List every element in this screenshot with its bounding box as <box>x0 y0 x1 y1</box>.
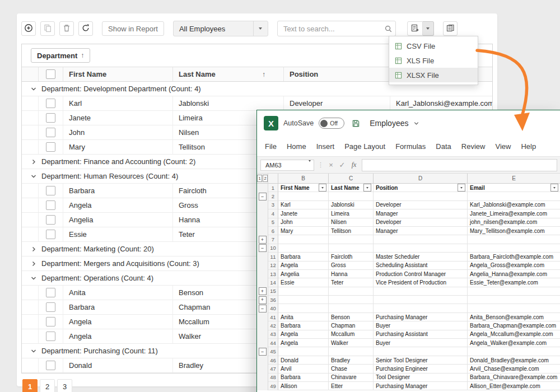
row-checkbox[interactable] <box>46 99 55 108</box>
column-header-c[interactable]: C <box>329 174 374 184</box>
dropdown-arrow-icon[interactable] <box>253 21 268 36</box>
row-number[interactable]: 12 <box>268 262 278 270</box>
row-number[interactable]: 10 <box>268 244 278 253</box>
filter-dropdown-icon[interactable] <box>458 184 465 192</box>
sheet-cell[interactable]: Developer <box>374 218 468 227</box>
sheet-cell[interactable]: Vice President of Production <box>374 278 468 287</box>
sheet-cell[interactable] <box>278 235 329 244</box>
export-menu-item-csv-file[interactable]: CSV File <box>389 39 478 53</box>
name-box[interactable]: AM63 <box>260 160 314 171</box>
sheet-cell[interactable] <box>278 296 329 304</box>
row-number[interactable]: 45 <box>268 347 278 356</box>
row-checkbox[interactable] <box>46 288 55 297</box>
row-checkbox[interactable] <box>46 113 55 123</box>
row-number[interactable]: 49 <box>268 382 278 390</box>
sheet-cell[interactable] <box>278 287 329 296</box>
sheet-cell[interactable] <box>329 235 374 244</box>
filter-dropdown-icon[interactable] <box>363 184 371 192</box>
column-header-first-name[interactable]: First Name <box>63 67 173 81</box>
save-icon[interactable] <box>352 119 360 128</box>
sheet-cell[interactable]: Limeira <box>329 209 374 218</box>
page-button-2[interactable]: 2 <box>40 379 55 392</box>
sheet-cell[interactable]: Mary <box>278 227 329 235</box>
sheet-cell[interactable]: Janete_Limeira@example.com <box>468 209 560 218</box>
sheet-cell[interactable]: Buyer <box>374 339 468 347</box>
sheet-cell[interactable]: Gross <box>329 262 374 270</box>
row-number[interactable]: 43 <box>268 330 278 339</box>
sheet-cell[interactable] <box>468 287 560 296</box>
sheet-cell[interactable]: Arvil <box>278 365 329 373</box>
sheet-cell[interactable]: Chinavare <box>329 374 374 382</box>
row-number[interactable]: 42 <box>268 321 278 330</box>
column-chooser-button[interactable] <box>443 21 458 36</box>
sheet-cell[interactable]: Barbara_Faircloth@example.com <box>468 253 560 261</box>
sheet-cell[interactable]: Purchasing Manager <box>374 382 468 390</box>
sheet-cell[interactable] <box>329 287 374 296</box>
ribbon-tab-review[interactable]: Review <box>456 142 491 151</box>
sheet-cell[interactable] <box>329 304 374 312</box>
sheet-cell[interactable]: Developer <box>374 201 468 209</box>
sheet-cell[interactable]: john_nilsen@example.com <box>468 218 560 227</box>
row-number[interactable]: 2 <box>268 192 278 200</box>
sheet-cell[interactable]: Etter <box>329 382 374 390</box>
sheet-cell[interactable]: Barbara_Chinavare@example.com <box>468 374 560 382</box>
row-number[interactable]: 11 <box>268 253 278 261</box>
collapse-chevron-icon[interactable] <box>30 348 38 354</box>
enter-icon[interactable]: ✓ <box>338 161 346 169</box>
export-button[interactable] <box>407 21 423 36</box>
outline-expand-button[interactable]: + <box>259 287 267 295</box>
sheet-cell[interactable]: Karl_Jablonski@example.com <box>468 201 560 209</box>
row-checkbox[interactable] <box>46 215 55 225</box>
copy-row-button[interactable] <box>40 21 55 36</box>
dropdown-arrow-icon[interactable] <box>309 162 311 169</box>
row-number[interactable]: 41 <box>268 313 278 321</box>
sheet-cell[interactable] <box>374 347 468 356</box>
sheet-cell[interactable] <box>374 235 468 244</box>
collapse-chevron-icon[interactable] <box>30 173 38 180</box>
sheet-cell[interactable]: John <box>278 218 329 227</box>
sheet-cell[interactable]: Bradley <box>329 356 374 365</box>
outline-level-1-button[interactable]: 1 <box>257 175 262 182</box>
sheet-cell[interactable]: Walker <box>329 339 374 347</box>
sheet-cell[interactable]: Donald <box>278 356 329 365</box>
sheet-cell[interactable]: Angela_Gross@example.com <box>468 262 560 270</box>
sheet-cell[interactable] <box>468 192 560 200</box>
sheet-cell[interactable]: Teter <box>329 278 374 287</box>
row-number[interactable]: 6 <box>268 227 278 235</box>
sheet-cell[interactable] <box>278 244 329 253</box>
sheet-cell[interactable]: Senior Tool Designer <box>374 356 468 365</box>
sheet-cell[interactable]: Mccallum <box>329 330 374 339</box>
autosave-toggle[interactable]: Off <box>319 118 344 129</box>
sheet-cell[interactable]: Allison_Etter@example.com <box>468 382 560 390</box>
row-number[interactable]: 46 <box>268 356 278 365</box>
outline-collapse-button[interactable]: − <box>259 193 267 200</box>
sheet-cell[interactable] <box>278 347 329 356</box>
sheet-cell[interactable]: Barbara_Chapman@example.com <box>468 321 560 330</box>
select-all-checkbox[interactable] <box>46 69 55 79</box>
insert-function-icon[interactable]: fx <box>349 161 358 169</box>
expand-chevron-icon[interactable] <box>30 158 38 165</box>
sheet-cell[interactable]: Angela_Walker@example.com <box>468 339 560 347</box>
sheet-cell[interactable]: Email <box>468 184 560 192</box>
export-dropdown-arrow[interactable] <box>423 21 434 36</box>
sheet-cell[interactable] <box>374 296 468 304</box>
collapse-chevron-icon[interactable] <box>30 86 38 92</box>
sheet-cell[interactable]: Manager <box>374 209 468 218</box>
sheet-cell[interactable] <box>374 287 468 296</box>
outline-collapse-button[interactable]: − <box>259 244 267 252</box>
ribbon-tab-formulas[interactable]: Formulas <box>390 142 431 151</box>
ribbon-tab-help[interactable]: Help <box>516 142 541 151</box>
row-checkbox[interactable] <box>46 302 55 312</box>
column-header-e[interactable]: E <box>468 174 560 184</box>
sheet-cell[interactable] <box>468 304 560 312</box>
filter-dropdown-icon[interactable] <box>550 184 558 192</box>
sheet-cell[interactable]: Chase <box>329 365 374 373</box>
sheet-cell[interactable] <box>468 244 560 253</box>
expand-chevron-icon[interactable] <box>30 260 38 267</box>
outline-expand-button[interactable]: + <box>259 296 267 304</box>
sheet-cell[interactable]: Karl <box>278 201 329 209</box>
excel-logo-icon[interactable]: X <box>264 116 278 130</box>
page-button-3[interactable]: 3 <box>57 379 72 392</box>
outline-collapse-button[interactable]: − <box>259 305 267 312</box>
ribbon-tab-page-layout[interactable]: Page Layout <box>339 142 390 151</box>
